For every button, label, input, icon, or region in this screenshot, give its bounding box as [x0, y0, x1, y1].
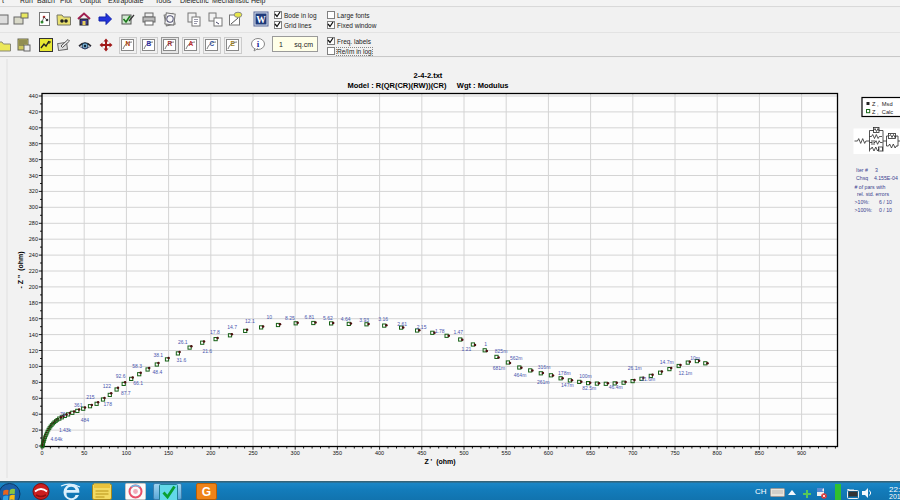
svg-text:240: 240 — [29, 252, 38, 258]
svg-text:200: 200 — [29, 284, 38, 290]
svg-text:66.1: 66.1 — [133, 380, 143, 386]
svg-text:650: 650 — [586, 450, 595, 456]
svg-text:160: 160 — [29, 316, 38, 322]
svg-text:4.64: 4.64 — [341, 316, 351, 322]
svg-text:3.93: 3.93 — [359, 317, 369, 323]
svg-text:500: 500 — [459, 450, 468, 456]
svg-text:6 / 10: 6 / 10 — [879, 199, 892, 205]
svg-text:215: 215 — [86, 394, 95, 400]
svg-text:26.1: 26.1 — [178, 339, 188, 345]
svg-text:320: 320 — [29, 188, 38, 194]
svg-text:360: 360 — [29, 157, 38, 163]
svg-text:5.62: 5.62 — [323, 315, 333, 321]
svg-text:1.47: 1.47 — [453, 329, 463, 335]
svg-text:60: 60 — [32, 395, 38, 401]
svg-text:6.81: 6.81 — [305, 314, 315, 320]
svg-text:100: 100 — [29, 363, 38, 369]
svg-text:900: 900 — [797, 450, 806, 456]
svg-text:Model : R(QR(CR)(RW))(CR): Model : R(QR(CR)(RW))(CR) Wgt : Modulus — [347, 81, 508, 90]
svg-text:48.4: 48.4 — [153, 369, 163, 375]
svg-text:Z ' (ohm): Z ' (ohm) — [424, 458, 455, 466]
svg-text:400: 400 — [375, 450, 384, 456]
svg-text:- Z '' (ohm): - Z '' (ohm) — [17, 251, 25, 288]
svg-text:1.21: 1.21 — [462, 346, 472, 352]
svg-text:58.3: 58.3 — [132, 363, 142, 369]
svg-text:140: 140 — [29, 332, 38, 338]
svg-text:120: 120 — [29, 348, 38, 354]
svg-text:147m: 147m — [561, 382, 574, 388]
svg-text:38.1: 38.1 — [153, 352, 163, 358]
svg-text:Iter # 3: Iter # 3 — [856, 167, 878, 173]
svg-text:380: 380 — [29, 141, 38, 147]
svg-text:Chsq 4.155E-04: Chsq 4.155E-04 — [856, 175, 898, 181]
svg-text:17.8: 17.8 — [210, 329, 220, 335]
svg-text:2.61: 2.61 — [397, 321, 407, 327]
svg-text:178m: 178m — [558, 370, 571, 376]
svg-text:21.6m: 21.6m — [641, 376, 655, 382]
svg-text:C: C — [210, 40, 215, 47]
svg-text:76: 76 — [60, 411, 66, 417]
svg-text:850: 850 — [755, 450, 764, 456]
svg-text:rel. std. errors: rel. std. errors — [857, 191, 889, 197]
svg-text:10m: 10m — [690, 355, 700, 361]
svg-text:A: A — [189, 40, 194, 47]
svg-text:800: 800 — [713, 450, 722, 456]
svg-text:12.1: 12.1 — [245, 318, 255, 324]
svg-text:0: 0 — [40, 450, 43, 456]
svg-text:1: 1 — [484, 341, 487, 347]
svg-text:G: G — [202, 485, 211, 499]
svg-text:26.1m: 26.1m — [628, 365, 642, 371]
svg-text:2-4-2.txt: 2-4-2.txt — [414, 71, 443, 80]
svg-text:100m: 100m — [579, 373, 592, 379]
svg-text:750: 750 — [670, 450, 679, 456]
svg-text:87.7: 87.7 — [121, 390, 131, 396]
svg-text:220: 220 — [29, 268, 38, 274]
svg-text:Z , Msd: Z , Msd — [872, 101, 893, 107]
svg-text:450: 450 — [417, 450, 426, 456]
svg-text:4.64k: 4.64k — [50, 436, 63, 442]
svg-text:550: 550 — [502, 450, 511, 456]
svg-text:92.6: 92.6 — [116, 373, 126, 379]
svg-text:464m: 464m — [514, 372, 527, 378]
svg-text:8.25: 8.25 — [285, 315, 295, 321]
svg-text:R: R — [168, 40, 173, 47]
svg-text:21.6: 21.6 — [202, 348, 212, 354]
svg-text:14.7: 14.7 — [227, 324, 237, 330]
svg-text:562m: 562m — [510, 355, 523, 361]
svg-text:300: 300 — [291, 450, 300, 456]
svg-text:46.4m: 46.4m — [609, 384, 623, 390]
svg-text:484: 484 — [81, 417, 90, 423]
svg-text:150: 150 — [164, 450, 173, 456]
svg-text:31.6: 31.6 — [177, 357, 187, 363]
svg-text:250: 250 — [248, 450, 257, 456]
svg-text:316m: 316m — [538, 364, 551, 370]
svg-text:100: 100 — [122, 450, 131, 456]
svg-text:260: 260 — [29, 236, 38, 242]
svg-text:361: 361 — [74, 402, 83, 408]
svg-text:>100%:: >100%: — [855, 207, 873, 213]
svg-text:681m: 681m — [493, 365, 506, 371]
svg-text:B: B — [147, 40, 152, 47]
svg-text:50: 50 — [81, 450, 87, 456]
svg-text:E: E — [231, 40, 236, 47]
svg-text:420: 420 — [29, 109, 38, 115]
svg-text:>10%:: >10%: — [855, 199, 870, 205]
svg-text:10: 10 — [267, 314, 273, 320]
svg-text:W: W — [256, 15, 266, 25]
svg-text:1.78: 1.78 — [435, 328, 445, 334]
svg-text:14.7m: 14.7m — [660, 359, 674, 365]
svg-text:20: 20 — [32, 427, 38, 433]
svg-text:440: 440 — [29, 93, 38, 99]
svg-text:350: 350 — [333, 450, 342, 456]
svg-text:Z , Calc: Z , Calc — [872, 109, 893, 115]
svg-text:2.15: 2.15 — [417, 324, 427, 330]
svg-text:180: 180 — [29, 300, 38, 306]
svg-text:# of pars with: # of pars with — [855, 184, 886, 190]
svg-text:400: 400 — [29, 125, 38, 131]
svg-text:300: 300 — [29, 204, 38, 210]
svg-text:40: 40 — [32, 411, 38, 417]
svg-text:200: 200 — [206, 450, 215, 456]
svg-text:12.1m: 12.1m — [678, 370, 692, 376]
svg-text:1.43k: 1.43k — [59, 427, 72, 433]
svg-text:0: 0 — [35, 443, 38, 449]
